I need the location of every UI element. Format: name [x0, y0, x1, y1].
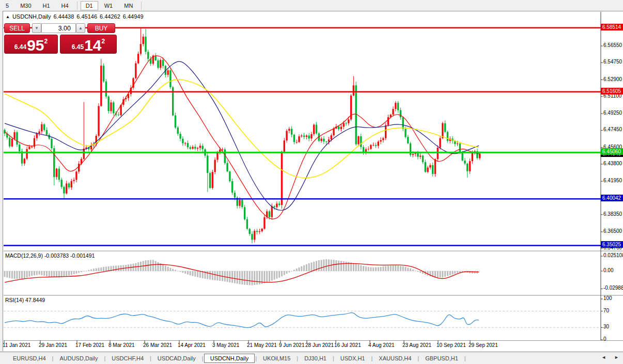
macd-pane-label: MACD(12,26,9) -0.003783 -0.001491 — [5, 252, 95, 259]
price-tick-label: 6.41950 — [603, 178, 622, 183]
scroll-right-icon[interactable]: ► — [614, 355, 619, 360]
timeframe-button-m30[interactable]: M30 — [15, 1, 36, 10]
date-label: 17 Feb 2021 — [75, 342, 104, 348]
date-label: 28 Jun 2021 — [305, 342, 334, 348]
macd-tick-label: -0.02988 — [603, 285, 623, 291]
chevron-down-icon: ▼ — [35, 26, 39, 30]
volume-input[interactable] — [41, 23, 76, 33]
price-line-label: 6.51605 — [601, 88, 623, 94]
symbol-tab-xauusd[interactable]: XAUUSD,H4 — [373, 354, 417, 363]
ohlc-open: 6.44438 — [53, 13, 74, 20]
symbol-tab-usdcnh[interactable]: USDCNH,Daily — [204, 354, 255, 363]
date-label: 26 Mar 2021 — [143, 342, 172, 348]
platform-window: 5M30H1H4D1W1MN ▲ USDCNH,Daily 6.44438 6.… — [0, 0, 623, 364]
date-label: 23 Aug 2021 — [402, 342, 431, 348]
price-tick-label: 6.49250 — [603, 110, 622, 116]
price-line-label: 6.58514 — [601, 24, 623, 30]
buy-price-prefix: 6.45 — [72, 43, 84, 51]
buy-button[interactable]: BUY — [87, 23, 115, 33]
symbol-label: USDCNH,Daily — [12, 13, 51, 20]
price-tick-label: 6.54750 — [603, 59, 622, 65]
buy-price-box[interactable]: 6.45 14 2 — [60, 35, 117, 54]
volume-decrease-button[interactable]: ▼ — [32, 23, 41, 33]
date-label: 8 Mar 2021 — [108, 342, 135, 348]
price-tick-label: 6.56550 — [603, 42, 622, 48]
price-line-label: 6.35025 — [601, 241, 623, 248]
rsi-tick-label: 30 — [603, 324, 609, 329]
date-label: 29 Jan 2021 — [39, 342, 67, 348]
symbol-tab-eurusd[interactable]: EURUSD,H4 — [7, 354, 52, 363]
collapse-icon[interactable]: ▲ — [6, 14, 10, 19]
rsi-tick-label: 70 — [603, 308, 609, 313]
date-label: 16 Jul 2021 — [334, 342, 361, 348]
date-label: 21 May 2021 — [247, 342, 277, 348]
symbol-tab-ukoil[interactable]: UKOil,M15 — [257, 354, 296, 363]
chart-title: ▲ USDCNH,Daily 6.44438 6.45146 6.44262 6… — [6, 13, 144, 20]
ohlc-high: 6.45146 — [76, 13, 97, 20]
price-line-label: 6.40042 — [601, 195, 623, 201]
symbol-tab-usdcad[interactable]: USDCAD,Daily — [152, 354, 201, 363]
timeframe-button-d1[interactable]: D1 — [81, 1, 98, 10]
ohlc-close: 6.44949 — [123, 13, 144, 20]
symbol-tab-audusd[interactable]: AUDUSD,Daily — [54, 354, 103, 363]
date-label: 11 Jan 2021 — [3, 342, 30, 348]
date-label: 29 Sep 2021 — [469, 342, 498, 348]
timeframe-button-mn[interactable]: MN — [119, 1, 138, 10]
symbol-tab-gbpusd[interactable]: GBPUSD,H1 — [419, 354, 464, 363]
price-tick-label: 6.47450 — [603, 126, 622, 132]
symbol-tabbar: EURUSD,H4|AUDUSD,Daily|USDCHF,H4|USDCAD,… — [0, 352, 623, 364]
sell-button[interactable]: SELL — [4, 23, 30, 33]
rsi-tick-label: 100 — [603, 295, 612, 301]
buy-price-sup: 2 — [102, 38, 105, 45]
price-line-label: 6.45060 — [601, 148, 623, 155]
symbol-tab-usdchf[interactable]: USDCHF,H4 — [106, 354, 149, 363]
buy-price-big: 14 — [84, 39, 101, 52]
date-label: 4 Aug 2021 — [368, 342, 395, 348]
sell-price-prefix: 6.44 — [14, 43, 26, 51]
scroll-left-icon[interactable]: ◄ — [601, 355, 606, 360]
macd-tick-label: 0.00 — [603, 267, 613, 273]
chart-canvas[interactable] — [3, 11, 623, 352]
timeframe-button-h4[interactable]: H4 — [56, 1, 74, 10]
rsi-pane-label: RSI(14) 47.8449 — [5, 297, 45, 303]
timeframe-toolbar: 5M30H1H4D1W1MN — [0, 0, 623, 11]
macd-tick-label: 0.025108 — [603, 252, 623, 258]
one-click-trading-panel: SELL ▼ ▲ BUY 6.44 95 2 6.45 14 2 — [4, 23, 117, 54]
price-tick-label: 6.52900 — [603, 76, 622, 82]
sell-price-box[interactable]: 6.44 95 2 — [4, 35, 58, 54]
sell-price-sup: 2 — [44, 38, 48, 45]
date-label: 14 Apr 2021 — [178, 342, 206, 348]
rsi-tick-label: 0 — [603, 336, 606, 342]
timeframe-button-w1[interactable]: W1 — [99, 1, 118, 10]
tab-separator: | — [464, 355, 466, 361]
toolbar-separator — [141, 2, 142, 10]
price-tick-label: 6.36500 — [603, 228, 622, 234]
price-tick-label: 6.38350 — [603, 211, 622, 217]
symbol-tab-dj30[interactable]: DJ30,H1 — [299, 354, 332, 363]
symbol-tab-usdx[interactable]: USDX,H1 — [335, 354, 371, 363]
tabbar-scroll-arrows: ◄ ► — [601, 355, 619, 360]
sell-price-big: 95 — [27, 39, 44, 52]
price-tick-label: 6.43800 — [603, 161, 622, 166]
chevron-up-icon: ▲ — [79, 26, 83, 30]
date-label: 10 Sep 2021 — [437, 342, 466, 348]
date-label: 9 Jun 2021 — [279, 342, 305, 348]
date-label: 3 May 2021 — [212, 342, 239, 348]
volume-increase-button[interactable]: ▲ — [76, 23, 85, 33]
toolbar-separator — [77, 2, 77, 10]
timeframe-button-h1[interactable]: H1 — [38, 1, 55, 10]
timeframe-button-5[interactable]: 5 — [1, 1, 14, 10]
ohlc-low: 6.44262 — [100, 13, 120, 20]
chart-window — [3, 11, 623, 351]
